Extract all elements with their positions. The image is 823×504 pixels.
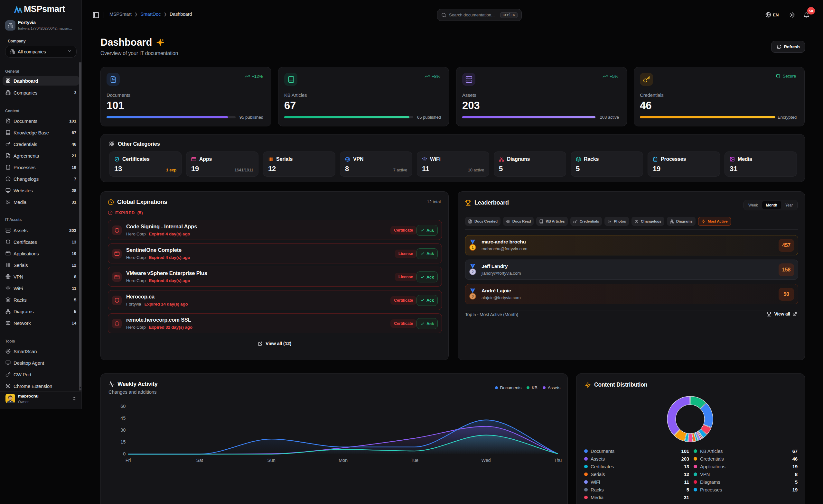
svg-text:2: 2 <box>472 270 474 274</box>
svg-text:3: 3 <box>472 294 474 298</box>
svg-text:1: 1 <box>472 245 474 249</box>
